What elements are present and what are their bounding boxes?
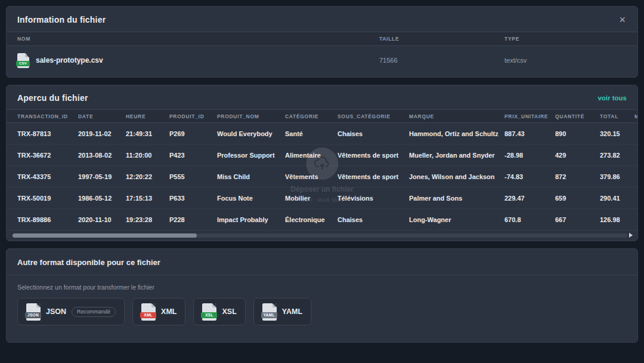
table-cell: P269 <box>169 130 217 137</box>
file-info-panel: Information du fichier × NOM TAILLE TYPE… <box>6 6 638 78</box>
csv-file-icon: CSV <box>17 53 29 68</box>
xml-icon-label: XML <box>140 312 156 318</box>
file-name-cell: CSV sales-prototype.csv <box>17 53 379 68</box>
yaml-icon-label: YAML <box>261 312 277 318</box>
table-cell: P555 <box>169 173 217 180</box>
formats-title: Autre format disponible pour ce fichier <box>17 258 627 267</box>
table-cell: Chaises <box>338 130 409 137</box>
preview-table: TRANSACTION_ID DATE HEURE PRODUIT_ID PRO… <box>7 109 637 230</box>
column-header: QUANTITÉ <box>555 113 600 119</box>
table-cell: Focus Note <box>217 195 285 202</box>
table-cell: 17:15:13 <box>126 195 169 202</box>
table-row: TRX-87813 2019-11-02 21:49:31 P269 Would… <box>7 123 637 144</box>
file-size: 71566 <box>379 57 504 64</box>
file-info-header: Information du fichier × <box>7 7 637 32</box>
table-cell: 429 <box>555 152 600 159</box>
file-info-column-headers: NOM TAILLE TYPE <box>7 32 637 46</box>
scrollbar-track[interactable] <box>13 233 627 238</box>
table-row: TRX-89886 2020-11-10 19:23:28 P228 Impac… <box>7 209 637 230</box>
table-cell: 126.98 <box>600 216 634 223</box>
see-all-link[interactable]: voir tous <box>597 94 627 101</box>
table-cell: 19:23:28 <box>126 216 169 223</box>
table-cell: 887.43 <box>504 130 555 137</box>
table-cell: P633 <box>169 195 217 202</box>
table-row: TRX-50019 1986-05-12 17:15:13 P633 Focus… <box>7 187 637 209</box>
column-header: MARQUE <box>409 113 504 119</box>
format-json-button[interactable]: JSON JSON Recommandé <box>17 298 125 325</box>
table-cell: 890 <box>555 130 600 137</box>
close-button[interactable]: × <box>618 14 627 25</box>
table-cell: 872 <box>555 173 600 180</box>
preview-panel: Apercu du fichier voir tous TRANSACTION_… <box>6 85 638 241</box>
table-cell: 1997-05-19 <box>78 173 126 180</box>
table-cell: TRX-50019 <box>17 195 78 202</box>
preview-header: Apercu du fichier voir tous <box>7 85 637 109</box>
xml-file-icon: XML <box>141 303 156 321</box>
table-cell: Miss Child <box>217 173 285 180</box>
column-header: M <box>634 113 637 119</box>
column-header: TOTAL <box>600 113 634 119</box>
file-type: text/csv <box>504 57 637 64</box>
column-header: PRODUIT_ID <box>169 113 217 119</box>
format-options: JSON JSON Recommandé XML XML XSL XSL YA <box>17 298 627 325</box>
format-label: XSL <box>222 307 236 316</box>
xsl-file-icon: XSL <box>202 303 216 321</box>
format-yaml-button[interactable]: YAML YAML <box>253 298 311 325</box>
table-cell: 11:20:00 <box>126 152 169 159</box>
table-cell: 290.41 <box>600 195 634 202</box>
table-cell: Professor Support <box>217 152 285 159</box>
json-file-icon: JSON <box>26 303 41 321</box>
yaml-file-icon: YAML <box>262 303 277 321</box>
page: Information du fichier × NOM TAILLE TYPE… <box>0 0 644 363</box>
table-cell: 659 <box>555 195 600 202</box>
column-header: NOM <box>17 36 379 42</box>
table-cell: Long-Wagner <box>409 216 504 223</box>
table-cell: 12:20:22 <box>126 173 169 180</box>
column-header: PRODUIT_NOM <box>217 113 285 119</box>
file-name: sales-prototype.csv <box>36 56 103 64</box>
table-cell: -74.83 <box>504 173 555 180</box>
table-cell: 2013-08-02 <box>78 152 126 159</box>
table-row: TRX-36672 2013-08-02 11:20:00 P423 Profe… <box>7 144 637 166</box>
table-cell: 273.82 <box>600 152 634 159</box>
formats-panel: Autre format disponible pour ce fichier … <box>6 248 638 343</box>
table-cell: Électronique <box>285 216 338 223</box>
format-xsl-button[interactable]: XSL XSL <box>193 298 245 325</box>
horizontal-scrollbar <box>13 233 633 238</box>
table-cell: TRX-36672 <box>17 152 78 159</box>
table-cell: Vêtements de sport <box>338 173 409 180</box>
table-cell: 379.86 <box>600 173 634 180</box>
table-cell: P228 <box>169 216 217 223</box>
recommended-badge: Recommandé <box>72 307 116 317</box>
json-icon-label: JSON <box>25 312 41 318</box>
scrollbar-thumb[interactable] <box>13 233 197 238</box>
format-xml-button[interactable]: XML XML <box>132 298 185 325</box>
table-cell: Santé <box>285 130 338 137</box>
table-cell: Vêtements <box>285 173 338 180</box>
column-header: PRIX_UNITAIRE <box>504 113 555 119</box>
csv-icon-label: CSV <box>16 61 30 66</box>
table-row: TRX-43375 1997-05-19 12:20:22 P555 Miss … <box>7 166 637 187</box>
table-cell: P423 <box>169 152 217 159</box>
column-header: TRANSACTION_ID <box>17 113 78 119</box>
table-cell: -28.98 <box>504 152 555 159</box>
preview-column-headers: TRANSACTION_ID DATE HEURE PRODUIT_ID PRO… <box>7 109 637 123</box>
format-label: JSON <box>46 307 66 316</box>
table-cell: 2019-11-02 <box>78 130 126 137</box>
table-cell: 670.8 <box>504 216 555 223</box>
table-cell: Would Everybody <box>217 130 285 137</box>
column-header: TAILLE <box>379 36 504 42</box>
table-cell: 21:49:31 <box>126 130 169 137</box>
table-cell: TRX-89886 <box>17 216 78 223</box>
table-cell: Jones, Wilson and Jackson <box>409 173 504 180</box>
format-label: YAML <box>282 307 302 316</box>
table-cell: Palmer and Sons <box>409 195 504 202</box>
scroll-right-arrow[interactable] <box>629 233 633 238</box>
table-cell: Hammond, Ortiz and Schultz <box>409 130 504 137</box>
format-label: XML <box>161 307 177 316</box>
column-header: TYPE <box>504 36 637 42</box>
table-cell: 2020-11-10 <box>78 216 126 223</box>
column-header: HEURE <box>126 113 169 119</box>
table-cell: Chaises <box>338 216 409 223</box>
table-cell: Télévisions <box>338 195 409 202</box>
